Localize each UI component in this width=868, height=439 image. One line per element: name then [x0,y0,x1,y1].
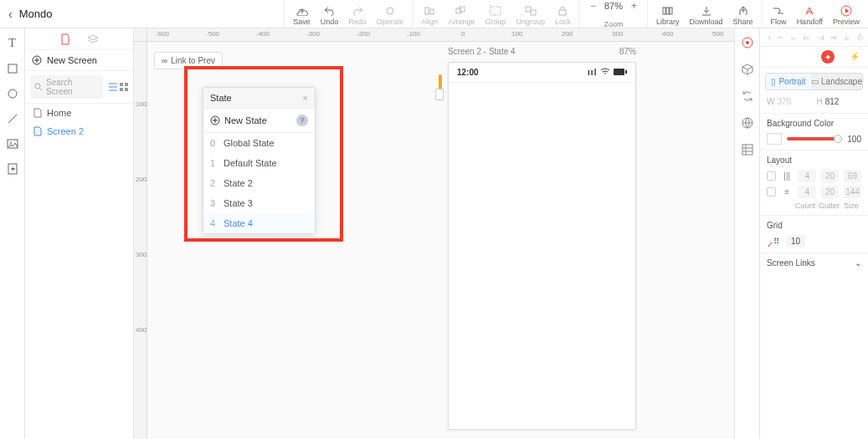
layers-tab[interactable] [87,34,99,44]
new-screen-button[interactable]: New Screen [25,50,133,71]
align-top-icon[interactable]: ⫢ [803,33,811,42]
ungroup-button[interactable]: Ungroup [516,1,545,26]
state-row-global[interactable]: 0Global State [203,133,315,153]
svg-rect-13 [8,64,17,73]
rows-count[interactable]: 4 [799,186,816,198]
screens-panel: New Screen Search Screen Home Screen 2 [25,28,134,439]
align-center-h-icon[interactable]: ⫟ [776,33,784,42]
target-icon[interactable] [740,35,755,50]
zoom-in-button[interactable]: + [631,0,637,12]
canvas[interactable]: -600 -500 -400 -300 -200 -100 0 100 200 … [134,28,734,439]
redo-button[interactable]: Redo [348,1,367,26]
state-row-3[interactable]: 3State 3 [203,193,315,213]
grid-title: Grid [767,221,861,230]
rows-size[interactable]: 144 [844,186,861,198]
handoff-icon [804,4,815,18]
close-icon[interactable]: × [303,93,308,103]
inspector-tab-bolt[interactable]: ⚡ [846,50,863,64]
search-screen-input[interactable]: Search Screen [30,75,103,99]
screen-links-row[interactable]: Screen Links ⌄ [760,253,868,273]
text-tool-icon[interactable]: T [6,37,19,50]
undo-button[interactable]: Undo [321,1,339,26]
screens-tab[interactable] [60,33,70,45]
image-tool-icon[interactable] [6,137,19,151]
screen-item-home[interactable]: Home [25,104,133,122]
lightning-tool-icon[interactable] [6,162,19,176]
new-state-button[interactable]: New State ? [203,109,315,133]
state-row-4[interactable]: 4State 4 [203,213,315,233]
orientation-portrait[interactable]: ▯Portrait [766,74,811,89]
share-button[interactable]: Share [733,1,753,26]
rows-gutter[interactable]: 20 [821,186,839,198]
align-left-icon[interactable]: ⫞ [767,33,771,42]
download-button[interactable]: Download [690,1,723,26]
table-icon[interactable] [740,142,755,157]
horizontal-ruler: -600 -500 -400 -300 -200 -100 0 100 200 … [147,28,734,42]
phone-portrait-icon: ▯ [771,77,776,86]
lock-button[interactable]: Lock [555,1,571,26]
screen-item-screen2[interactable]: Screen 2 [25,122,133,140]
columns-count[interactable]: 4 [799,170,816,182]
globe-icon[interactable] [740,115,755,130]
chevron-down-icon: ⌄ [855,258,861,268]
lock-icon [557,4,568,18]
distribute-h-icon[interactable]: ⫝ [843,33,851,42]
state-row-default[interactable]: 1Default State [203,153,315,173]
align-button[interactable]: Align [421,1,438,26]
rotate-icon[interactable] [740,89,755,104]
zoom-control: − 87% + Zoom [579,0,647,28]
svg-rect-3 [456,8,461,13]
bg-swatch[interactable] [767,133,782,145]
columns-checkbox[interactable] [767,171,776,181]
state-panel-title: State [210,93,232,103]
svg-rect-26 [625,70,627,74]
pen-tool-icon[interactable] [6,112,19,125]
cloud-upload-icon [295,4,309,18]
rows-checkbox[interactable] [767,187,776,197]
plus-circle-icon [210,115,220,125]
svg-point-0 [387,8,393,14]
columns-size[interactable]: 69 [844,170,861,182]
bg-opacity-value[interactable]: 100 [847,135,861,144]
columns-gutter[interactable]: 20 [821,170,839,182]
grid-size[interactable]: 10 [786,235,805,248]
handoff-button[interactable]: Handoff [797,1,823,26]
ungroup-icon [525,4,537,18]
flow-button[interactable]: Flow [771,1,787,26]
distribute-v-icon[interactable]: ⫛ [856,33,865,42]
svg-rect-8 [559,10,566,15]
svg-rect-21 [125,83,128,86]
inspector-tab-main[interactable]: ✦ [821,50,835,64]
save-button[interactable]: Save [293,1,311,26]
artboard[interactable]: 12:00 ııl [448,62,636,430]
align-bottom-icon[interactable]: ⫤ [829,33,838,42]
orientation-landscape[interactable]: ▭Landscape [811,74,862,89]
svg-rect-20 [120,83,123,86]
help-icon[interactable]: ? [296,115,308,126]
align-middle-icon[interactable]: ⫣ [816,33,824,42]
back-button[interactable]: ‹ [8,8,13,21]
library-button[interactable]: Library [656,1,680,26]
circle-tool-icon[interactable] [6,87,19,100]
guide-handle[interactable] [435,89,444,100]
list-view-icon[interactable] [108,83,118,91]
width-field[interactable]: W375 [767,97,812,106]
bg-opacity-slider[interactable] [787,137,842,140]
align-right-icon[interactable]: ⫠ [789,33,798,42]
height-field[interactable]: H812 [817,97,862,106]
layout-rows-row: ≡ 4 20 144 [767,186,861,198]
layout-columns-row: ||| 4 20 69 [767,170,861,182]
grid-view-icon[interactable] [120,83,128,91]
zoom-value[interactable]: 87% [604,1,623,11]
zoom-out-button[interactable]: − [590,0,596,12]
battery-icon [614,68,627,77]
operate-button[interactable]: Operate [377,1,404,26]
arrange-button[interactable]: Arrange [448,1,475,26]
operate-icon [384,4,396,18]
preview-button[interactable]: Preview [833,1,860,26]
state-row-2[interactable]: 2State 2 [203,173,315,193]
left-tool-strip: T [0,28,25,439]
rectangle-tool-icon[interactable] [6,62,19,75]
group-button[interactable]: Group [485,1,506,26]
cube-icon[interactable] [740,62,755,77]
